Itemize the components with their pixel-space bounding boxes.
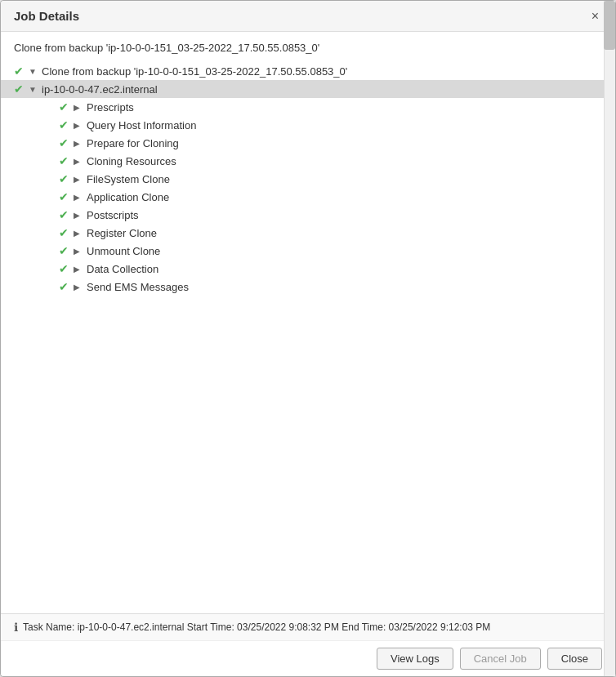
scrollbar[interactable] bbox=[604, 1, 615, 676]
tree-row-unmount-clone: ✔ ▶ Unmount Clone bbox=[14, 242, 602, 260]
check-icon-prepare: ✔ bbox=[59, 136, 74, 149]
arrow-host[interactable]: ▼ bbox=[29, 85, 40, 94]
arrow-prepare[interactable]: ▶ bbox=[74, 139, 85, 148]
tree-row-data-collection: ✔ ▶ Data Collection bbox=[14, 260, 602, 278]
label-filesystem: FileSystem Clone bbox=[85, 173, 170, 185]
label-send-ems: Send EMS Messages bbox=[85, 281, 189, 293]
tree-row-register-clone: ✔ ▶ Register Clone bbox=[14, 224, 602, 242]
footer-buttons: View Logs Cancel Job Close bbox=[1, 640, 615, 676]
arrow-root[interactable]: ▼ bbox=[29, 67, 40, 76]
main-backup-label: Clone from backup 'ip-10-0-0-151_03-25-2… bbox=[14, 42, 602, 54]
check-icon-host: ✔ bbox=[14, 82, 29, 96]
arrow-query-host[interactable]: ▶ bbox=[74, 121, 85, 130]
arrow-filesystem[interactable]: ▶ bbox=[74, 175, 85, 184]
arrow-cloning-resources[interactable]: ▶ bbox=[74, 157, 85, 166]
close-icon-button[interactable]: × bbox=[588, 10, 602, 23]
arrow-send-ems[interactable]: ▶ bbox=[74, 283, 85, 292]
tree-row-application-clone: ✔ ▶ Application Clone bbox=[14, 188, 602, 206]
info-icon: ℹ bbox=[14, 621, 18, 634]
footer-info-text: Task Name: ip-10-0-0-47.ec2.internal Sta… bbox=[23, 621, 490, 633]
tree-row-cloning-resources: ✔ ▶ Cloning Resources bbox=[14, 152, 602, 170]
close-button[interactable]: Close bbox=[547, 648, 602, 670]
root-label: Clone from backup 'ip-10-0-0-151_03-25-2… bbox=[40, 65, 347, 78]
tree-row-filesystem: ✔ ▶ FileSystem Clone bbox=[14, 170, 602, 188]
dialog-header: Job Details × bbox=[1, 1, 615, 32]
check-icon-prescripts: ✔ bbox=[59, 100, 74, 114]
label-prescripts: Prescripts bbox=[85, 101, 134, 114]
tree-row-host[interactable]: ✔ ▼ ip-10-0-0-47.ec2.internal bbox=[1, 80, 615, 98]
tree-row-query-host: ✔ ▶ Query Host Information bbox=[14, 116, 602, 134]
check-icon-data-collection: ✔ bbox=[59, 262, 74, 275]
arrow-data-collection[interactable]: ▶ bbox=[74, 265, 85, 274]
check-icon-query-host: ✔ bbox=[59, 118, 74, 131]
tree-row-prescripts: ✔ ▶ Prescripts bbox=[14, 98, 602, 116]
check-icon-filesystem: ✔ bbox=[59, 172, 74, 185]
arrow-unmount-clone[interactable]: ▶ bbox=[74, 247, 85, 256]
label-data-collection: Data Collection bbox=[85, 263, 158, 275]
dialog-title: Job Details bbox=[14, 9, 79, 23]
host-label: ip-10-0-0-47.ec2.internal bbox=[40, 83, 158, 96]
job-tree: ✔ ▼ Clone from backup 'ip-10-0-0-151_03-… bbox=[14, 62, 602, 296]
view-logs-button[interactable]: View Logs bbox=[377, 648, 453, 670]
check-icon-send-ems: ✔ bbox=[59, 280, 74, 293]
label-application-clone: Application Clone bbox=[85, 191, 169, 203]
cancel-job-button[interactable]: Cancel Job bbox=[460, 648, 541, 670]
tree-row-root: ✔ ▼ Clone from backup 'ip-10-0-0-151_03-… bbox=[14, 62, 602, 80]
scrollbar-thumb[interactable] bbox=[604, 1, 615, 50]
footer-info-bar: ℹ Task Name: ip-10-0-0-47.ec2.internal S… bbox=[1, 613, 615, 640]
check-icon-cloning-resources: ✔ bbox=[59, 154, 74, 167]
arrow-prescripts[interactable]: ▶ bbox=[74, 103, 85, 112]
tree-row-postscripts: ✔ ▶ Postscripts bbox=[14, 206, 602, 224]
label-prepare: Prepare for Cloning bbox=[85, 137, 179, 149]
arrow-register-clone[interactable]: ▶ bbox=[74, 229, 85, 238]
label-register-clone: Register Clone bbox=[85, 227, 157, 239]
tree-row-send-ems: ✔ ▶ Send EMS Messages bbox=[14, 278, 602, 296]
label-query-host: Query Host Information bbox=[85, 119, 196, 131]
check-icon-register-clone: ✔ bbox=[59, 226, 74, 239]
tree-row-prepare: ✔ ▶ Prepare for Cloning bbox=[14, 134, 602, 152]
check-icon-unmount-clone: ✔ bbox=[59, 244, 74, 257]
label-unmount-clone: Unmount Clone bbox=[85, 245, 160, 257]
label-postscripts: Postscripts bbox=[85, 209, 139, 221]
dialog-body: Clone from backup 'ip-10-0-0-151_03-25-2… bbox=[1, 32, 615, 613]
check-icon-postscripts: ✔ bbox=[59, 208, 74, 221]
check-icon-application-clone: ✔ bbox=[59, 190, 74, 203]
label-cloning-resources: Cloning Resources bbox=[85, 155, 176, 167]
arrow-application-clone[interactable]: ▶ bbox=[74, 193, 85, 202]
check-icon-root: ✔ bbox=[14, 65, 29, 78]
job-details-dialog: Job Details × Clone from backup 'ip-10-0… bbox=[0, 0, 616, 677]
arrow-postscripts[interactable]: ▶ bbox=[74, 211, 85, 220]
